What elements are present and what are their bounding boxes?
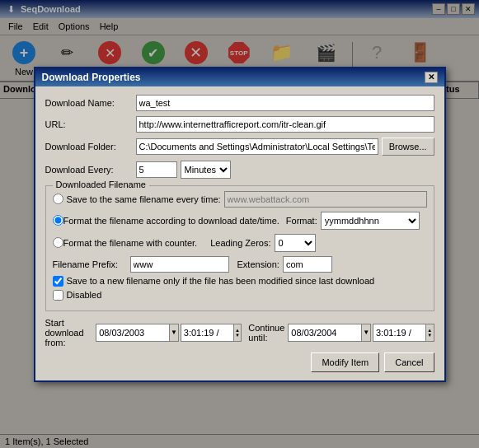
start-date-dropdown[interactable]: ▼ <box>170 324 179 342</box>
url-row: URL: <box>45 116 434 133</box>
start-time-spinner[interactable]: ▲ ▼ <box>234 324 242 342</box>
start-date-input[interactable] <box>96 324 170 342</box>
radio-counter-label: Format the filename with counter. <box>63 238 198 248</box>
extension-input[interactable] <box>283 256 332 273</box>
download-name-input[interactable] <box>136 95 434 111</box>
prefix-label: Filename Prefix: <box>53 259 127 269</box>
checkbox-disabled-row: Disabled <box>53 290 427 301</box>
datetime-row: Start download from: ▼ ▲ ▼ Continue unti… <box>45 318 434 348</box>
continue-label: Continue until: <box>248 323 284 343</box>
checkbox-modified-label: Save to a new filename only if the file … <box>67 276 375 286</box>
prefix-ext-row: Filename Prefix: Extension: <box>53 256 427 273</box>
start-label: Start download from: <box>45 318 93 348</box>
end-date-input[interactable] <box>288 324 362 342</box>
radio-counter-row: Format the filename with counter. Leadin… <box>53 234 427 252</box>
folder-input[interactable] <box>136 138 378 155</box>
action-buttons-row: Modify Item Cancel <box>45 352 434 372</box>
radio-same-filename-row: Save to the same filename every time: <box>53 191 427 208</box>
radio-same-filename-label: Save to the same filename every time: <box>67 194 221 204</box>
leading-zeros-select[interactable]: 0 1 2 <box>275 234 316 252</box>
download-name-row: Download Name: <box>45 95 434 111</box>
download-every-row: Download Every: Minutes Hours Days <box>45 161 434 179</box>
dialog-title-bar: Download Properties ✕ <box>35 68 444 86</box>
checkbox-disabled-label: Disabled <box>67 290 102 300</box>
download-name-label: Download Name: <box>45 98 136 108</box>
end-time-spinner[interactable]: ▲ ▼ <box>426 324 434 342</box>
radio-same-filename[interactable] <box>53 194 63 204</box>
format-select[interactable]: yymmddhhnn yyyymmddhhnn mmddyy <box>321 212 420 230</box>
checkbox-disabled[interactable] <box>53 290 63 301</box>
cancel-button[interactable]: Cancel <box>384 352 434 372</box>
download-every-label: Download Every: <box>45 165 136 175</box>
interval-select[interactable]: Minutes Hours Days <box>181 161 231 179</box>
radio-format-date[interactable] <box>53 215 63 226</box>
group-legend: Downloaded Filename <box>53 180 149 189</box>
modal-overlay: Download Properties ✕ Download Name: URL… <box>0 0 479 448</box>
browse-button[interactable]: Browse... <box>382 138 434 156</box>
downloaded-filename-group: Downloaded Filename Save to the same fil… <box>45 185 434 311</box>
folder-label: Download Folder: <box>45 142 136 152</box>
modify-item-button[interactable]: Modify Item <box>311 352 379 372</box>
checkbox-modified-row: Save to a new filename only if the file … <box>53 276 427 287</box>
url-input[interactable] <box>136 116 434 133</box>
radio-counter[interactable] <box>53 237 63 248</box>
end-date-dropdown[interactable]: ▼ <box>362 324 371 342</box>
end-time-input[interactable] <box>373 324 426 342</box>
download-properties-dialog: Download Properties ✕ Download Name: URL… <box>34 67 446 382</box>
format-label: Format: <box>286 216 317 226</box>
prefix-input[interactable] <box>130 256 229 273</box>
leading-zeros-label: Leading Zeros: <box>210 238 270 248</box>
dialog-title-text: Download Properties <box>42 72 141 83</box>
extension-label: Extension: <box>237 259 279 269</box>
same-filename-input[interactable] <box>224 191 427 208</box>
url-label: URL: <box>45 119 136 129</box>
dialog-body: Download Name: URL: Download Folder: Bro… <box>35 86 444 380</box>
download-every-input[interactable] <box>136 161 177 178</box>
checkbox-modified[interactable] <box>53 276 63 287</box>
radio-format-date-row: Format the filename according to downloa… <box>53 212 427 230</box>
radio-format-date-label: Format the filename according to downloa… <box>63 216 279 226</box>
start-time-input[interactable] <box>181 324 234 342</box>
folder-row: Download Folder: Browse... <box>45 138 434 156</box>
dialog-close-button[interactable]: ✕ <box>425 72 438 83</box>
